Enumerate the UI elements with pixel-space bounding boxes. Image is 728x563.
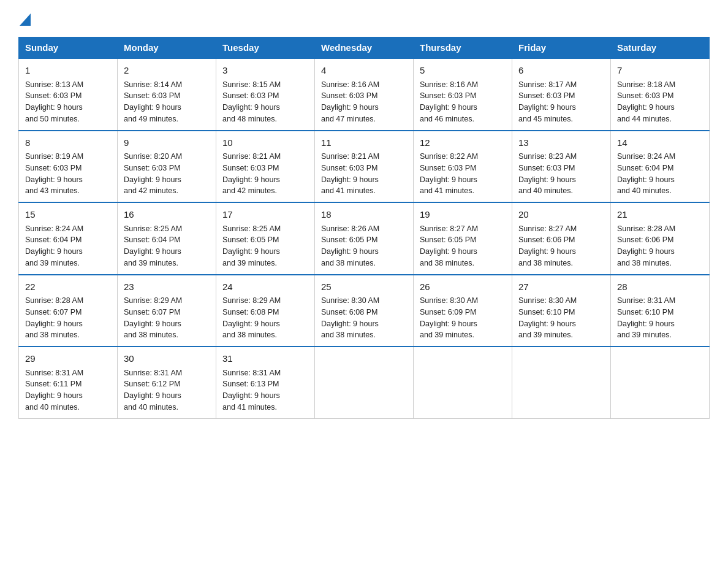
- day-info: Sunrise: 8:17 AMSunset: 6:03 PMDaylight:…: [518, 79, 604, 125]
- day-info: Sunrise: 8:25 AMSunset: 6:05 PMDaylight:…: [222, 223, 308, 269]
- day-info: Sunrise: 8:16 AMSunset: 6:03 PMDaylight:…: [321, 79, 407, 125]
- day-info: Sunrise: 8:21 AMSunset: 6:03 PMDaylight:…: [321, 151, 407, 197]
- calendar-header: Sunday Monday Tuesday Wednesday Thursday…: [19, 37, 710, 59]
- week-row-0: 1Sunrise: 8:13 AMSunset: 6:03 PMDaylight…: [19, 58, 710, 131]
- day-info: Sunrise: 8:31 AMSunset: 6:13 PMDaylight:…: [222, 367, 308, 413]
- day-number: 6: [518, 64, 604, 78]
- day-info: Sunrise: 8:30 AMSunset: 6:08 PMDaylight:…: [321, 295, 407, 341]
- table-row: 9Sunrise: 8:20 AMSunset: 6:03 PMDaylight…: [118, 131, 216, 203]
- day-info: Sunrise: 8:25 AMSunset: 6:04 PMDaylight:…: [124, 223, 210, 269]
- table-row: [512, 347, 611, 418]
- day-info: Sunrise: 8:24 AMSunset: 6:04 PMDaylight:…: [25, 223, 111, 269]
- table-row: 31Sunrise: 8:31 AMSunset: 6:13 PMDayligh…: [216, 347, 315, 418]
- day-info: Sunrise: 8:23 AMSunset: 6:03 PMDaylight:…: [518, 151, 604, 197]
- day-info: Sunrise: 8:21 AMSunset: 6:03 PMDaylight:…: [222, 151, 308, 197]
- table-row: [611, 347, 710, 418]
- table-row: 23Sunrise: 8:29 AMSunset: 6:07 PMDayligh…: [118, 275, 216, 347]
- day-number: 9: [124, 136, 210, 150]
- table-row: 28Sunrise: 8:31 AMSunset: 6:10 PMDayligh…: [611, 275, 710, 347]
- table-row: 11Sunrise: 8:21 AMSunset: 6:03 PMDayligh…: [315, 131, 414, 203]
- col-wednesday: Wednesday: [315, 37, 414, 59]
- day-number: 8: [25, 136, 111, 150]
- logo: [18, 12, 31, 26]
- table-row: 18Sunrise: 8:26 AMSunset: 6:05 PMDayligh…: [315, 202, 414, 275]
- table-row: [315, 347, 414, 418]
- calendar-body: 1Sunrise: 8:13 AMSunset: 6:03 PMDaylight…: [19, 58, 710, 418]
- day-info: Sunrise: 8:22 AMSunset: 6:03 PMDaylight:…: [420, 151, 506, 197]
- day-number: 29: [25, 352, 111, 366]
- table-row: 20Sunrise: 8:27 AMSunset: 6:06 PMDayligh…: [512, 202, 611, 275]
- table-row: 4Sunrise: 8:16 AMSunset: 6:03 PMDaylight…: [315, 58, 414, 131]
- table-row: 17Sunrise: 8:25 AMSunset: 6:05 PMDayligh…: [216, 202, 315, 275]
- day-number: 22: [25, 280, 111, 294]
- table-row: 8Sunrise: 8:19 AMSunset: 6:03 PMDaylight…: [19, 131, 118, 203]
- day-number: 27: [518, 280, 604, 294]
- table-row: 22Sunrise: 8:28 AMSunset: 6:07 PMDayligh…: [19, 275, 118, 347]
- day-number: 1: [25, 64, 111, 78]
- table-row: 16Sunrise: 8:25 AMSunset: 6:04 PMDayligh…: [118, 202, 216, 275]
- day-number: 14: [617, 136, 703, 150]
- table-row: 3Sunrise: 8:15 AMSunset: 6:03 PMDaylight…: [216, 58, 315, 131]
- table-row: [414, 347, 512, 418]
- calendar-table: Sunday Monday Tuesday Wednesday Thursday…: [18, 37, 710, 419]
- table-row: 21Sunrise: 8:28 AMSunset: 6:06 PMDayligh…: [611, 202, 710, 275]
- day-info: Sunrise: 8:28 AMSunset: 6:07 PMDaylight:…: [25, 295, 111, 341]
- table-row: 19Sunrise: 8:27 AMSunset: 6:05 PMDayligh…: [414, 202, 512, 275]
- day-info: Sunrise: 8:24 AMSunset: 6:04 PMDaylight:…: [617, 151, 703, 197]
- day-info: Sunrise: 8:31 AMSunset: 6:10 PMDaylight:…: [617, 295, 703, 341]
- day-number: 5: [420, 64, 506, 78]
- table-row: 27Sunrise: 8:30 AMSunset: 6:10 PMDayligh…: [512, 275, 611, 347]
- table-row: 29Sunrise: 8:31 AMSunset: 6:11 PMDayligh…: [19, 347, 118, 418]
- week-row-1: 8Sunrise: 8:19 AMSunset: 6:03 PMDaylight…: [19, 131, 710, 203]
- day-info: Sunrise: 8:20 AMSunset: 6:03 PMDaylight:…: [124, 151, 210, 197]
- col-thursday: Thursday: [414, 37, 512, 59]
- table-row: 5Sunrise: 8:16 AMSunset: 6:03 PMDaylight…: [414, 58, 512, 131]
- day-number: 26: [420, 280, 506, 294]
- col-tuesday: Tuesday: [216, 37, 315, 59]
- day-number: 13: [518, 136, 604, 150]
- week-row-2: 15Sunrise: 8:24 AMSunset: 6:04 PMDayligh…: [19, 202, 710, 275]
- svg-marker-0: [20, 13, 31, 26]
- day-info: Sunrise: 8:31 AMSunset: 6:11 PMDaylight:…: [25, 367, 111, 413]
- day-number: 25: [321, 280, 407, 294]
- day-number: 3: [222, 64, 308, 78]
- day-number: 31: [222, 352, 308, 366]
- col-sunday: Sunday: [19, 37, 118, 59]
- day-info: Sunrise: 8:28 AMSunset: 6:06 PMDaylight:…: [617, 223, 703, 269]
- day-number: 23: [124, 280, 210, 294]
- day-number: 17: [222, 208, 308, 222]
- day-number: 4: [321, 64, 407, 78]
- table-row: 13Sunrise: 8:23 AMSunset: 6:03 PMDayligh…: [512, 131, 611, 203]
- table-row: 24Sunrise: 8:29 AMSunset: 6:08 PMDayligh…: [216, 275, 315, 347]
- day-info: Sunrise: 8:31 AMSunset: 6:12 PMDaylight:…: [124, 367, 210, 413]
- day-number: 16: [124, 208, 210, 222]
- day-number: 19: [420, 208, 506, 222]
- table-row: 15Sunrise: 8:24 AMSunset: 6:04 PMDayligh…: [19, 202, 118, 275]
- day-number: 24: [222, 280, 308, 294]
- table-row: 26Sunrise: 8:30 AMSunset: 6:09 PMDayligh…: [414, 275, 512, 347]
- day-number: 30: [124, 352, 210, 366]
- day-number: 2: [124, 64, 210, 78]
- day-info: Sunrise: 8:18 AMSunset: 6:03 PMDaylight:…: [617, 79, 703, 125]
- table-row: 25Sunrise: 8:30 AMSunset: 6:08 PMDayligh…: [315, 275, 414, 347]
- day-info: Sunrise: 8:16 AMSunset: 6:03 PMDaylight:…: [420, 79, 506, 125]
- day-info: Sunrise: 8:29 AMSunset: 6:07 PMDaylight:…: [124, 295, 210, 341]
- table-row: 7Sunrise: 8:18 AMSunset: 6:03 PMDaylight…: [611, 58, 710, 131]
- day-number: 12: [420, 136, 506, 150]
- table-row: 2Sunrise: 8:14 AMSunset: 6:03 PMDaylight…: [118, 58, 216, 131]
- col-monday: Monday: [118, 37, 216, 59]
- day-info: Sunrise: 8:13 AMSunset: 6:03 PMDaylight:…: [25, 79, 111, 125]
- col-friday: Friday: [512, 37, 611, 59]
- day-number: 18: [321, 208, 407, 222]
- day-number: 21: [617, 208, 703, 222]
- table-row: 10Sunrise: 8:21 AMSunset: 6:03 PMDayligh…: [216, 131, 315, 203]
- day-info: Sunrise: 8:30 AMSunset: 6:09 PMDaylight:…: [420, 295, 506, 341]
- col-saturday: Saturday: [611, 37, 710, 59]
- day-info: Sunrise: 8:27 AMSunset: 6:06 PMDaylight:…: [518, 223, 604, 269]
- day-info: Sunrise: 8:29 AMSunset: 6:08 PMDaylight:…: [222, 295, 308, 341]
- week-row-3: 22Sunrise: 8:28 AMSunset: 6:07 PMDayligh…: [19, 275, 710, 347]
- day-info: Sunrise: 8:26 AMSunset: 6:05 PMDaylight:…: [321, 223, 407, 269]
- day-number: 10: [222, 136, 308, 150]
- day-number: 11: [321, 136, 407, 150]
- page-header: [18, 12, 710, 26]
